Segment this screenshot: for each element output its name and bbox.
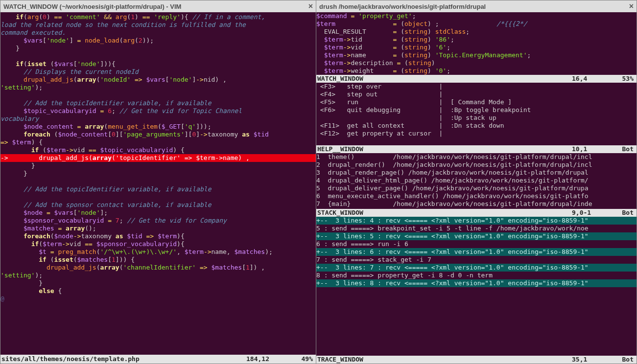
close-icon[interactable]: ×: [629, 2, 634, 11]
help-pct: Bot: [611, 145, 636, 153]
trace-row: +-- 3 lines: 7 : recv <===== <?xml versi…: [316, 264, 637, 272]
right-tab-title[interactable]: drush /home/jackbravo/work/noesis/git-pl…: [319, 3, 486, 10]
trace-row: +-- 3 lines: 6 : recv <===== <?xml versi…: [316, 248, 637, 256]
help-window-content[interactable]: <F3> step over | <F4> step out | <F5> ru…: [316, 83, 637, 145]
status-pct: 49%: [290, 355, 315, 364]
trace-pct: Bot: [611, 356, 636, 364]
stack-pct: Bot: [611, 209, 636, 217]
trace-window-content[interactable]: +-- 3 lines: 4 : recv <===== <?xml versi…: [316, 217, 637, 356]
left-status-bar: sites/all/themes/noesis/template.php 184…: [0, 355, 316, 364]
left-editor[interactable]: if(arg(0) == 'comment' && arg(1) == 'rep…: [0, 12, 316, 355]
stack-window-content[interactable]: 1 theme() /home/jackbravo/work/noesis/gi…: [316, 153, 637, 209]
trace-status: TRACE_WINDOW 35,1 Bot: [316, 356, 637, 364]
watch-window-content[interactable]: $command = 'property_get'; $term = (obje…: [316, 12, 637, 75]
right-tab-bar: drush /home/jackbravo/work/noesis/git-pl…: [316, 0, 637, 12]
close-icon[interactable]: ×: [308, 2, 313, 11]
trace-row: 8 : send =====> property_get -i 8 -d 0 -…: [316, 272, 493, 279]
trace-row: +-- 3 lines: 8 : recv <===== <?xml versi…: [316, 279, 637, 287]
window-container: WATCH_WINDOW (~/work/noesis/git-platform…: [0, 0, 637, 364]
trace-row: 6 : send =====> run -i 6: [316, 240, 408, 248]
stack-pos: 9,0-1: [572, 209, 611, 217]
left-tab-title[interactable]: WATCH_WINDOW (~/work/noesis/git-platform…: [3, 3, 181, 10]
stack-title: STACK_WINDOW: [317, 209, 572, 217]
trace-row: 5 : send =====> breakpoint_set -i 5 -t l…: [316, 225, 589, 232]
stack-status: STACK_WINDOW 9,0-1 Bot: [316, 209, 637, 217]
breakpoint-line: -> drupal_add_js(array('topicIdentifier'…: [0, 154, 316, 162]
status-file: sites/all/themes/noesis/template.php: [1, 355, 246, 364]
trace-row: +-- 3 lines: 4 : recv <===== <?xml versi…: [316, 217, 637, 225]
help-title: HELP__WINDOW: [317, 145, 572, 153]
status-pos: 184,12: [246, 355, 290, 364]
right-pane: drush /home/jackbravo/work/noesis/git-pl…: [316, 0, 637, 364]
trace-pos: 35,1: [572, 356, 611, 364]
watch-pos: 16,4: [572, 75, 611, 83]
left-pane: WATCH_WINDOW (~/work/noesis/git-platform…: [0, 0, 316, 364]
right-stack: $command = 'property_get'; $term = (obje…: [316, 12, 637, 364]
trace-row: +-- 3 lines: 5 : recv <===== <?xml versi…: [316, 232, 637, 240]
help-status: HELP__WINDOW 10,1 Bot: [316, 145, 637, 153]
watch-status: WATCH_WINDOW 16,4 53%: [316, 75, 637, 83]
watch-title: WATCH_WINDOW: [317, 75, 572, 83]
watch-pct: 53%: [611, 75, 636, 83]
help-pos: 10,1: [572, 145, 611, 153]
trace-title: TRACE_WINDOW: [317, 356, 572, 364]
debug-arrow-icon: ->: [0, 154, 8, 161]
trace-row: 7 : send =====> stack_get -i 7: [316, 256, 431, 263]
left-tab-bar: WATCH_WINDOW (~/work/noesis/git-platform…: [0, 0, 316, 12]
